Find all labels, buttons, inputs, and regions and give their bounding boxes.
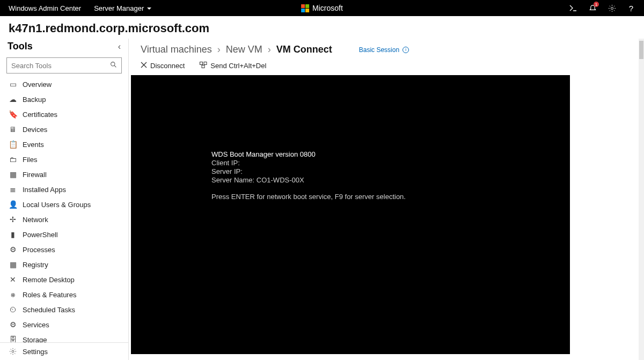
notifications-icon[interactable]: 1 <box>588 4 597 12</box>
search-tools-field[interactable] <box>6 57 122 74</box>
tool-icon: ▦ <box>9 170 17 179</box>
info-icon: i <box>402 47 409 53</box>
chevron-right-icon: › <box>268 44 271 55</box>
send-ctrl-alt-del-button[interactable]: Send Ctrl+Alt+Del <box>200 62 266 70</box>
scrollbar-thumb[interactable] <box>639 41 643 59</box>
scrollbar[interactable] <box>639 39 644 360</box>
sidebar-item-roles-features[interactable]: ⎈Roles & Features <box>0 287 125 302</box>
breadcrumb-vm-list[interactable]: Virtual machines <box>141 44 212 55</box>
vm-toolbar: Disconnect Send Ctrl+Alt+Del <box>129 57 639 75</box>
search-icon <box>110 61 117 70</box>
help-icon[interactable]: ? <box>627 4 635 12</box>
sidebar-item-label: Backup <box>23 95 46 104</box>
tools-sidebar: Tools ‹ ▭Overview☁Backup🔖Certificates🖥De… <box>0 39 129 360</box>
svg-rect-4 <box>200 62 203 65</box>
brand-label: Microsoft <box>312 4 343 12</box>
tool-icon: ⏲ <box>9 305 17 314</box>
vm-console[interactable]: WDS Boot Manager version 0800 Client IP:… <box>131 75 570 354</box>
sidebar-item-label: Remote Desktop <box>23 276 75 284</box>
sidebar-item-label: Registry <box>23 261 48 269</box>
tool-icon: ⚙ <box>9 245 17 254</box>
tool-icon: 🔖 <box>9 110 17 119</box>
sidebar-item-label: Firewall <box>23 171 47 179</box>
sidebar-item-remote-desktop[interactable]: ✕Remote Desktop <box>0 272 125 287</box>
gear-icon <box>9 347 17 356</box>
sidebar-item-registry[interactable]: ▦Registry <box>0 257 125 272</box>
svg-point-1 <box>111 62 115 66</box>
svg-rect-5 <box>204 62 207 65</box>
tool-icon: 🖥 <box>9 125 17 134</box>
chevron-right-icon: › <box>217 44 221 55</box>
sidebar-item-scheduled-tasks[interactable]: ⏲Scheduled Tasks <box>0 302 125 317</box>
sidebar-item-label: Certificates <box>23 111 57 119</box>
breadcrumb-current: VM Connect <box>276 44 332 55</box>
sidebar-item-devices[interactable]: 🖥Devices <box>0 122 125 137</box>
settings-icon[interactable] <box>608 4 616 12</box>
sidebar-item-files[interactable]: 🗀Files <box>0 152 125 167</box>
tool-icon: 👤 <box>9 200 17 209</box>
disconnect-button[interactable]: Disconnect <box>141 62 185 70</box>
brand: Microsoft <box>301 4 343 12</box>
tool-icon: ⎈ <box>9 290 17 299</box>
sidebar-item-events[interactable]: 📋Events <box>0 137 125 152</box>
sidebar-item-firewall[interactable]: ▦Firewall <box>0 167 125 182</box>
svg-rect-6 <box>202 65 204 68</box>
breadcrumb: Virtual machines › New VM › VM Connect B… <box>129 39 639 57</box>
sidebar-item-label: Files <box>23 156 37 164</box>
tool-icon: 🗀 <box>9 155 17 164</box>
tool-icon: 📋 <box>9 140 17 149</box>
sidebar-item-label: Roles & Features <box>23 291 76 299</box>
app-name[interactable]: Windows Admin Center <box>9 4 81 12</box>
collapse-sidebar-icon[interactable]: ‹ <box>118 42 121 52</box>
search-input[interactable] <box>11 62 110 70</box>
microsoft-logo-icon <box>301 4 309 12</box>
sidebar-item-processes[interactable]: ⚙Processes <box>0 242 125 257</box>
tool-icon: ✢ <box>9 215 17 224</box>
sidebar-item-settings[interactable]: Settings <box>0 343 128 360</box>
sidebar-item-local-users-groups[interactable]: 👤Local Users & Groups <box>0 197 125 212</box>
tool-icon: 🗄 <box>9 335 17 342</box>
sidebar-item-label: Processes <box>23 246 55 254</box>
svg-point-3 <box>12 350 14 352</box>
sidebar-item-label: Local Users & Groups <box>23 201 91 209</box>
sidebar-item-network[interactable]: ✢Network <box>0 212 125 227</box>
sidebar-item-backup[interactable]: ☁Backup <box>0 92 125 107</box>
svg-point-0 <box>611 7 613 9</box>
tool-icon: ☁ <box>9 95 17 104</box>
main-content: Virtual machines › New VM › VM Connect B… <box>129 39 644 360</box>
keyboard-icon <box>200 62 207 70</box>
sidebar-item-label: Devices <box>23 126 47 134</box>
sidebar-item-label: Services <box>23 321 49 329</box>
tool-icon: ▭ <box>9 80 17 89</box>
basic-session-link[interactable]: Basic Session i <box>359 46 409 54</box>
sidebar-item-label: Installed Apps <box>23 186 66 194</box>
sidebar-item-label: PowerShell <box>23 231 58 239</box>
sidebar-item-powershell[interactable]: ▮PowerShell <box>0 227 125 242</box>
sidebar-item-label: Events <box>23 141 44 149</box>
server-hostname: k47n1.redmond.corp.microsoft.com <box>0 16 644 39</box>
tool-icon: ▮ <box>9 230 17 239</box>
sidebar-item-installed-apps[interactable]: ≣Installed Apps <box>0 182 125 197</box>
sidebar-item-label: Overview <box>23 80 52 89</box>
sidebar-title: Tools <box>8 41 33 52</box>
sidebar-item-label: Storage <box>23 336 47 343</box>
sidebar-item-storage[interactable]: 🗄Storage <box>0 332 125 342</box>
tool-icon: ▦ <box>9 260 17 269</box>
breadcrumb-new-vm[interactable]: New VM <box>226 44 262 55</box>
notification-badge: 1 <box>594 2 599 7</box>
sidebar-item-services[interactable]: ⚙Services <box>0 317 125 332</box>
tool-icon: ≣ <box>9 185 17 194</box>
sidebar-item-label: Network <box>23 216 48 224</box>
sidebar-item-certificates[interactable]: 🔖Certificates <box>0 107 125 122</box>
server-manager-menu[interactable]: Server Manager <box>94 4 151 12</box>
sidebar-item-label: Settings <box>23 348 48 356</box>
tool-icon: ⚙ <box>9 320 17 329</box>
powershell-icon[interactable] <box>569 4 577 12</box>
sidebar-item-label: Scheduled Tasks <box>23 306 75 314</box>
close-icon <box>141 62 147 70</box>
sidebar-item-overview[interactable]: ▭Overview <box>0 77 125 92</box>
top-bar: Windows Admin Center Server Manager Micr… <box>0 0 644 16</box>
svg-line-2 <box>114 65 116 67</box>
tool-icon: ✕ <box>9 275 17 284</box>
